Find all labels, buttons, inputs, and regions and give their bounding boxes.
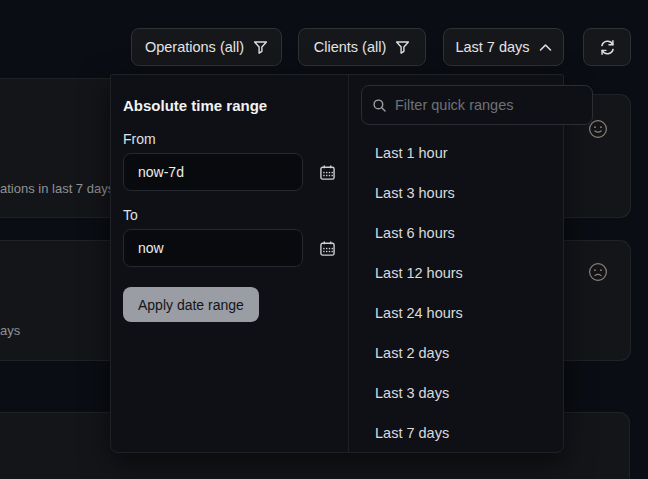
quick-range-item[interactable]: Last 7 days bbox=[349, 413, 605, 453]
calendar-icon[interactable] bbox=[319, 240, 336, 257]
quick-ranges-list: Last 1 hourLast 3 hoursLast 6 hoursLast … bbox=[349, 133, 605, 453]
absolute-time-range-title: Absolute time range bbox=[123, 97, 336, 114]
background-caption-2: ays bbox=[0, 323, 20, 338]
apply-date-range-button[interactable]: Apply date range bbox=[123, 287, 259, 322]
quick-range-item[interactable]: Last 6 hours bbox=[349, 213, 605, 253]
quick-range-item[interactable]: Last 3 hours bbox=[349, 173, 605, 213]
filter-funnel-icon bbox=[395, 40, 410, 55]
background-caption-1: ations in last 7 days bbox=[0, 181, 114, 196]
search-icon bbox=[372, 98, 387, 113]
clients-filter-label: Clients (all) bbox=[314, 39, 387, 55]
quick-range-item[interactable]: Last 3 days bbox=[349, 373, 605, 413]
absolute-time-range-section: Absolute time range From To bbox=[111, 75, 348, 452]
from-label: From bbox=[123, 131, 336, 147]
from-input[interactable] bbox=[123, 153, 303, 191]
quick-range-item[interactable]: Last 12 hours bbox=[349, 253, 605, 293]
to-label: To bbox=[123, 207, 336, 223]
operations-filter-button[interactable]: Operations (all) bbox=[131, 28, 282, 66]
refresh-sync-icon bbox=[599, 39, 616, 56]
quick-range-item[interactable]: Last 2 days bbox=[349, 333, 605, 373]
quick-range-item[interactable]: Last 1 hour bbox=[349, 133, 605, 173]
quick-range-item[interactable]: Last 24 hours bbox=[349, 293, 605, 333]
operations-filter-label: Operations (all) bbox=[145, 39, 244, 55]
time-range-label: Last 7 days bbox=[455, 39, 529, 55]
refresh-button[interactable] bbox=[583, 28, 631, 66]
time-range-picker-button[interactable]: Last 7 days bbox=[443, 28, 564, 66]
clients-filter-button[interactable]: Clients (all) bbox=[298, 28, 426, 66]
calendar-icon[interactable] bbox=[319, 164, 336, 181]
quick-ranges-section: Last 1 hourLast 3 hoursLast 6 hoursLast … bbox=[348, 75, 605, 452]
quick-ranges-search[interactable] bbox=[361, 85, 593, 125]
filter-funnel-icon bbox=[253, 40, 268, 55]
chevron-up-icon bbox=[539, 43, 552, 52]
dashboard-screen: ations in last 7 days ays Operations (al… bbox=[0, 0, 648, 479]
time-picker-dropdown: Absolute time range From To bbox=[110, 74, 564, 453]
quick-ranges-filter-input[interactable] bbox=[395, 97, 582, 113]
to-input[interactable] bbox=[123, 229, 303, 267]
